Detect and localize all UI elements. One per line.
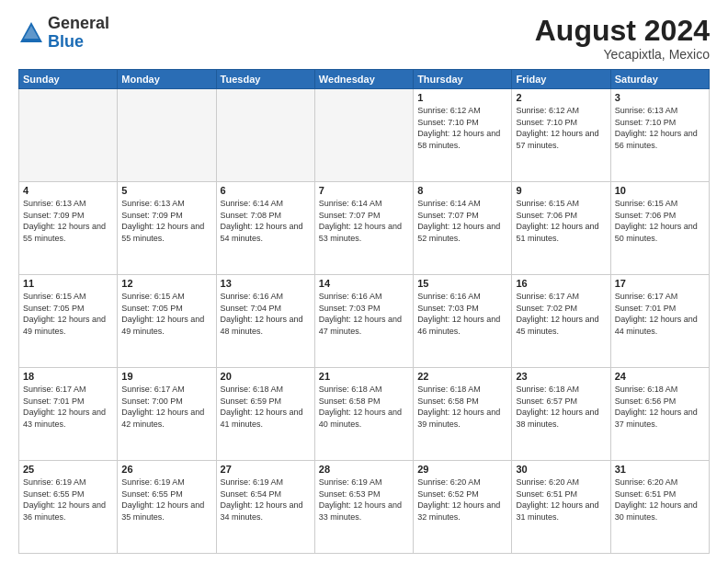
calendar-cell: 6 Sunrise: 6:14 AMSunset: 7:08 PMDayligh… xyxy=(216,182,314,275)
day-info: Sunrise: 6:14 AMSunset: 7:07 PMDaylight:… xyxy=(319,199,402,243)
day-info: Sunrise: 6:18 AMSunset: 6:57 PMDaylight:… xyxy=(516,385,598,429)
week-row-1: 1 Sunrise: 6:12 AMSunset: 7:10 PMDayligh… xyxy=(19,89,710,182)
day-info: Sunrise: 6:18 AMSunset: 6:58 PMDaylight:… xyxy=(319,385,402,429)
day-number: 8 xyxy=(417,185,507,196)
calendar: SundayMondayTuesdayWednesdayThursdayFrid… xyxy=(18,69,710,554)
calendar-cell: 10 Sunrise: 6:15 AMSunset: 7:06 PMDaylig… xyxy=(610,182,709,275)
page: General Blue August 2024 Yecapixtla, Mex… xyxy=(0,0,728,563)
day-header-friday: Friday xyxy=(512,70,610,89)
day-number: 7 xyxy=(319,185,409,196)
day-info: Sunrise: 6:19 AMSunset: 6:53 PMDaylight:… xyxy=(319,477,402,522)
day-info: Sunrise: 6:12 AMSunset: 7:10 PMDaylight:… xyxy=(516,106,598,150)
calendar-cell: 25 Sunrise: 6:19 AMSunset: 6:55 PMDaylig… xyxy=(19,461,118,554)
week-row-2: 4 Sunrise: 6:13 AMSunset: 7:09 PMDayligh… xyxy=(19,182,710,275)
days-header-row: SundayMondayTuesdayWednesdayThursdayFrid… xyxy=(19,70,710,89)
day-info: Sunrise: 6:15 AMSunset: 7:06 PMDaylight:… xyxy=(615,199,698,243)
calendar-cell: 15 Sunrise: 6:16 AMSunset: 7:03 PMDaylig… xyxy=(414,275,512,368)
day-number: 24 xyxy=(615,371,705,382)
calendar-cell: 29 Sunrise: 6:20 AMSunset: 6:52 PMDaylig… xyxy=(414,461,512,554)
day-info: Sunrise: 6:20 AMSunset: 6:52 PMDaylight:… xyxy=(417,477,500,522)
calendar-cell: 9 Sunrise: 6:15 AMSunset: 7:06 PMDayligh… xyxy=(512,182,610,275)
calendar-cell: 16 Sunrise: 6:17 AMSunset: 7:02 PMDaylig… xyxy=(512,275,610,368)
calendar-cell: 26 Sunrise: 6:19 AMSunset: 6:55 PMDaylig… xyxy=(118,461,216,554)
calendar-cell xyxy=(118,89,216,182)
day-info: Sunrise: 6:16 AMSunset: 7:03 PMDaylight:… xyxy=(319,292,402,336)
day-info: Sunrise: 6:17 AMSunset: 7:01 PMDaylight:… xyxy=(615,292,698,336)
day-info: Sunrise: 6:16 AMSunset: 7:04 PMDaylight:… xyxy=(221,292,303,336)
day-number: 16 xyxy=(516,278,606,289)
day-number: 26 xyxy=(121,464,211,475)
day-number: 29 xyxy=(417,464,507,475)
day-info: Sunrise: 6:20 AMSunset: 6:51 PMDaylight:… xyxy=(615,477,698,522)
day-number: 1 xyxy=(417,92,507,103)
day-number: 3 xyxy=(615,92,705,103)
calendar-cell: 17 Sunrise: 6:17 AMSunset: 7:01 PMDaylig… xyxy=(610,275,709,368)
day-number: 28 xyxy=(319,464,409,475)
day-number: 30 xyxy=(516,464,606,475)
day-number: 6 xyxy=(221,185,311,196)
calendar-cell: 2 Sunrise: 6:12 AMSunset: 7:10 PMDayligh… xyxy=(512,89,610,182)
logo-icon xyxy=(18,20,44,46)
day-number: 21 xyxy=(319,371,409,382)
calendar-cell: 3 Sunrise: 6:13 AMSunset: 7:10 PMDayligh… xyxy=(610,89,709,182)
day-info: Sunrise: 6:14 AMSunset: 7:07 PMDaylight:… xyxy=(417,199,500,243)
logo-text: General Blue xyxy=(48,15,109,52)
day-info: Sunrise: 6:14 AMSunset: 7:08 PMDaylight:… xyxy=(221,199,303,243)
calendar-cell: 12 Sunrise: 6:15 AMSunset: 7:05 PMDaylig… xyxy=(118,275,216,368)
day-number: 20 xyxy=(221,371,311,382)
calendar-cell: 28 Sunrise: 6:19 AMSunset: 6:53 PMDaylig… xyxy=(314,461,413,554)
day-info: Sunrise: 6:16 AMSunset: 7:03 PMDaylight:… xyxy=(417,292,500,336)
calendar-cell: 7 Sunrise: 6:14 AMSunset: 7:07 PMDayligh… xyxy=(314,182,413,275)
day-number: 19 xyxy=(121,371,211,382)
day-header-tuesday: Tuesday xyxy=(216,70,314,89)
calendar-cell: 5 Sunrise: 6:13 AMSunset: 7:09 PMDayligh… xyxy=(118,182,216,275)
day-header-saturday: Saturday xyxy=(610,70,709,89)
day-number: 9 xyxy=(516,185,606,196)
calendar-cell: 13 Sunrise: 6:16 AMSunset: 7:04 PMDaylig… xyxy=(216,275,314,368)
day-info: Sunrise: 6:19 AMSunset: 6:54 PMDaylight:… xyxy=(221,477,303,522)
day-info: Sunrise: 6:17 AMSunset: 7:02 PMDaylight:… xyxy=(516,292,598,336)
logo-blue: Blue xyxy=(48,33,109,52)
calendar-cell: 8 Sunrise: 6:14 AMSunset: 7:07 PMDayligh… xyxy=(414,182,512,275)
calendar-cell: 31 Sunrise: 6:20 AMSunset: 6:51 PMDaylig… xyxy=(610,461,709,554)
day-number: 12 xyxy=(121,278,211,289)
day-number: 13 xyxy=(221,278,311,289)
day-info: Sunrise: 6:19 AMSunset: 6:55 PMDaylight:… xyxy=(23,477,106,522)
calendar-cell xyxy=(314,89,413,182)
day-number: 11 xyxy=(23,278,113,289)
day-header-sunday: Sunday xyxy=(19,70,118,89)
day-number: 4 xyxy=(23,185,113,196)
day-number: 23 xyxy=(516,371,606,382)
calendar-cell: 14 Sunrise: 6:16 AMSunset: 7:03 PMDaylig… xyxy=(314,275,413,368)
day-info: Sunrise: 6:19 AMSunset: 6:55 PMDaylight:… xyxy=(121,477,204,522)
day-number: 2 xyxy=(516,92,606,103)
calendar-cell xyxy=(216,89,314,182)
calendar-cell: 21 Sunrise: 6:18 AMSunset: 6:58 PMDaylig… xyxy=(314,368,413,461)
day-info: Sunrise: 6:17 AMSunset: 7:00 PMDaylight:… xyxy=(121,385,204,429)
week-row-4: 18 Sunrise: 6:17 AMSunset: 7:01 PMDaylig… xyxy=(19,368,710,461)
day-header-wednesday: Wednesday xyxy=(314,70,413,89)
calendar-cell: 30 Sunrise: 6:20 AMSunset: 6:51 PMDaylig… xyxy=(512,461,610,554)
day-info: Sunrise: 6:18 AMSunset: 6:58 PMDaylight:… xyxy=(417,385,500,429)
day-info: Sunrise: 6:13 AMSunset: 7:09 PMDaylight:… xyxy=(23,199,106,243)
calendar-cell: 19 Sunrise: 6:17 AMSunset: 7:00 PMDaylig… xyxy=(118,368,216,461)
calendar-cell xyxy=(19,89,118,182)
calendar-cell: 23 Sunrise: 6:18 AMSunset: 6:57 PMDaylig… xyxy=(512,368,610,461)
day-info: Sunrise: 6:15 AMSunset: 7:05 PMDaylight:… xyxy=(23,292,106,336)
calendar-cell: 22 Sunrise: 6:18 AMSunset: 6:58 PMDaylig… xyxy=(414,368,512,461)
week-row-3: 11 Sunrise: 6:15 AMSunset: 7:05 PMDaylig… xyxy=(19,275,710,368)
day-header-thursday: Thursday xyxy=(414,70,512,89)
day-info: Sunrise: 6:12 AMSunset: 7:10 PMDaylight:… xyxy=(417,106,500,150)
calendar-cell: 1 Sunrise: 6:12 AMSunset: 7:10 PMDayligh… xyxy=(414,89,512,182)
calendar-cell: 18 Sunrise: 6:17 AMSunset: 7:01 PMDaylig… xyxy=(19,368,118,461)
title-block: August 2024 Yecapixtla, Mexico xyxy=(535,15,710,62)
logo-general: General xyxy=(48,15,109,33)
logo: General Blue xyxy=(18,15,109,52)
day-number: 31 xyxy=(615,464,705,475)
day-header-monday: Monday xyxy=(118,70,216,89)
day-info: Sunrise: 6:20 AMSunset: 6:51 PMDaylight:… xyxy=(516,477,598,522)
day-info: Sunrise: 6:13 AMSunset: 7:09 PMDaylight:… xyxy=(121,199,204,243)
day-number: 15 xyxy=(417,278,507,289)
calendar-cell: 24 Sunrise: 6:18 AMSunset: 6:56 PMDaylig… xyxy=(610,368,709,461)
day-info: Sunrise: 6:13 AMSunset: 7:10 PMDaylight:… xyxy=(615,106,698,150)
